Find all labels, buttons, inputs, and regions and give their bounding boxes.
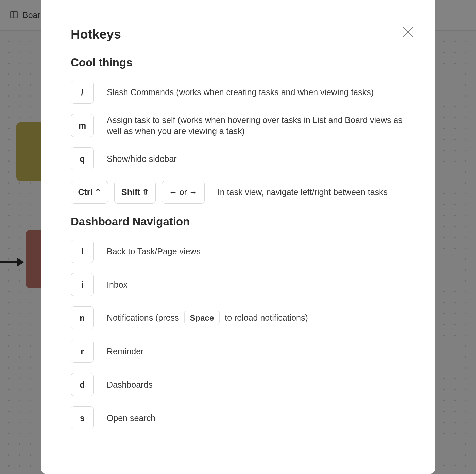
key-n: n: [71, 306, 94, 329]
hotkey-description: Assign task to self (works when hovering…: [107, 115, 405, 137]
keys-group: m: [71, 114, 94, 137]
section-dashboard-navigation: Dashboard Navigation l Back to Task/Page…: [71, 215, 405, 429]
hotkey-row: s Open search: [71, 406, 405, 429]
hotkey-description: Show/hide sidebar: [107, 153, 177, 165]
keys-group: d: [71, 373, 94, 396]
desc-pre: Notifications (press: [107, 313, 179, 322]
key-i: i: [71, 273, 94, 296]
keys-group: q: [71, 147, 94, 170]
desc-post: to reload notifications): [225, 313, 308, 322]
key-arrows: ← or →: [162, 181, 205, 204]
keys-group: s: [71, 406, 94, 429]
close-icon: [401, 34, 415, 40]
close-button[interactable]: [401, 25, 415, 40]
hotkey-description: Notifications (press Space to reload not…: [107, 311, 308, 325]
arrow-left-icon: ←: [169, 187, 177, 197]
shift-glyph-icon: ⇧: [142, 188, 149, 197]
hotkey-description: Dashboards: [107, 379, 153, 390]
key-s: s: [71, 406, 94, 429]
hotkey-description: In task view, navigate left/right betwee…: [218, 187, 388, 198]
modal-title: Hotkeys: [71, 27, 405, 42]
section-cool-things: Cool things / Slash Commands (works when…: [71, 56, 405, 204]
keys-group: n: [71, 306, 94, 329]
hotkey-row: n Notifications (press Space to reload n…: [71, 306, 405, 329]
hotkey-row: l Back to Task/Page views: [71, 240, 405, 263]
hotkey-row: / Slash Commands (works when creating ta…: [71, 81, 405, 104]
hotkeys-modal: Hotkeys Cool things / Slash Commands (wo…: [41, 0, 435, 474]
hotkey-row: r Reminder: [71, 340, 405, 363]
hotkey-row: m Assign task to self (works when hoveri…: [71, 114, 405, 137]
key-d: d: [71, 373, 94, 396]
hotkey-row: q Show/hide sidebar: [71, 147, 405, 170]
key-q: q: [71, 147, 94, 170]
key-shift-label: Shift: [121, 187, 140, 197]
key-l: l: [71, 240, 94, 263]
keys-group: l: [71, 240, 94, 263]
hotkey-row: Ctrl ⌃ Shift ⇧ ← or → In task view, navi…: [71, 181, 405, 204]
hotkey-description: Slash Commands (works when creating task…: [107, 87, 374, 98]
key-space-inline: Space: [184, 311, 220, 325]
keys-group: /: [71, 81, 94, 104]
key-m: m: [71, 114, 94, 137]
hotkey-row: i Inbox: [71, 273, 405, 296]
hotkey-description: Inbox: [107, 279, 128, 290]
keys-group: i: [71, 273, 94, 296]
keys-group: r: [71, 340, 94, 363]
key-ctrl: Ctrl ⌃: [71, 181, 108, 204]
keys-group: Ctrl ⌃ Shift ⇧ ← or →: [71, 181, 205, 204]
key-slash: /: [71, 81, 94, 104]
section-title: Dashboard Navigation: [71, 215, 405, 228]
hotkey-description: Open search: [107, 412, 155, 424]
hotkey-description: Back to Task/Page views: [107, 246, 201, 257]
section-title: Cool things: [71, 56, 405, 69]
arrow-right-icon: →: [189, 187, 198, 197]
hotkey-row: d Dashboards: [71, 373, 405, 396]
arrow-or-label: or: [180, 187, 187, 197]
key-shift: Shift ⇧: [114, 181, 156, 204]
key-ctrl-label: Ctrl: [78, 187, 92, 197]
hotkey-description: Reminder: [107, 346, 143, 357]
key-r: r: [71, 340, 94, 363]
ctrl-glyph-icon: ⌃: [95, 188, 101, 197]
